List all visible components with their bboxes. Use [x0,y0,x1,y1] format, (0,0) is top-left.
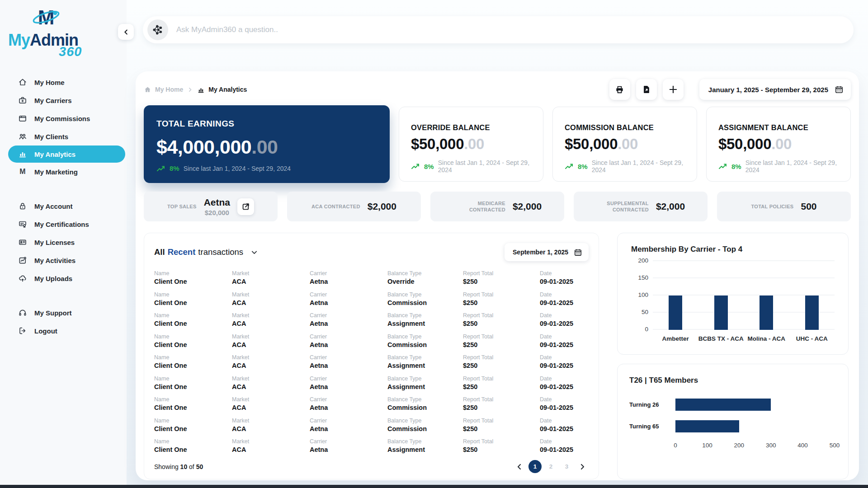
balance-card-override: OVERRIDE BALANCE $50,000.00 8% Since las… [399,107,543,182]
sidebar-item-my-activities[interactable]: My Activities [0,251,127,269]
table-row[interactable]: NameClient OneMarketACACarrierAetnaBalan… [154,418,589,432]
cell-value: Client One [154,362,232,369]
cell-value: 09-01-2025 [540,383,589,390]
membership-chart-title: Membership By Carrier - Top 4 [631,245,835,254]
brand-word-360: 360 [59,44,82,59]
cell-value: 09-01-2025 [540,341,589,348]
pagination-prev-button[interactable] [513,460,526,473]
print-button[interactable] [609,79,630,100]
table-row[interactable]: NameClient OneMarketACACarrierAetnaBalan… [154,354,589,369]
cell-report-total: Report Total$250 [463,354,540,369]
table-row[interactable]: NameClient OneMarketACACarrierAetnaBalan… [154,375,589,390]
sidebar-nav-secondary: My AccountMy CertificationsMy LicensesMy… [0,197,127,287]
pagination-next-button[interactable] [576,460,589,473]
sidebar-item-my-support[interactable]: My Support [0,304,127,322]
cell-date: Date09-01-2025 [540,396,589,411]
search-input[interactable] [176,25,849,34]
column-label: Name [154,396,232,403]
add-button[interactable] [663,79,684,100]
stat-value: $2,000 [656,201,685,212]
sidebar-item-my-certifications[interactable]: My Certifications [0,215,127,233]
sidebar-collapse-button[interactable] [118,24,134,40]
table-row[interactable]: NameClient OneMarketACACarrierAetnaBalan… [154,270,589,285]
sidebar-item-my-account[interactable]: My Account [0,197,127,215]
sidebar-item-my-licenses[interactable]: My Licenses [0,233,127,251]
cell-value: 09-01-2025 [540,425,589,432]
column-label: Report Total [463,438,540,445]
sidebar-item-my-clients[interactable]: My Clients [0,127,127,145]
sidebar-item-label: My Marketing [34,168,78,176]
chevron-down-icon[interactable] [250,249,258,256]
cell-date: Date09-01-2025 [540,270,589,285]
column-label: Name [154,418,232,424]
export-file-button[interactable] [636,79,657,100]
cell-market: MarketACA [232,418,310,432]
trend-percent: 8% [578,163,588,170]
breadcrumb-home-label: My Home [155,86,183,93]
breadcrumb-home-link[interactable]: My Home [144,86,183,94]
sidebar-item-my-marketing[interactable]: MMy Marketing [0,163,127,181]
top-sales-open-button[interactable] [237,198,254,215]
cell-balance-type: Balance TypeOverride [387,270,463,285]
sidebar-item-my-carriers[interactable]: My Carriers [0,91,127,109]
cell-name: NameClient One [154,396,232,411]
table-row[interactable]: NameClient OneMarketACACarrierAetnaBalan… [154,291,589,306]
sidebar-item-label: My Carriers [34,97,72,104]
transactions-list: NameClient OneMarketACACarrierAetnaBalan… [154,270,589,453]
column-label: Report Total [463,354,540,361]
column-label: Date [540,418,589,424]
column-label: Report Total [463,291,540,298]
table-row[interactable]: NameClient OneMarketACACarrierAetnaBalan… [154,438,589,453]
t26-t65-chart-plot: Turning 26Turning 65 [629,399,835,432]
cell-name: NameClient One [154,438,232,453]
cell-market: MarketACA [232,291,310,306]
date-range-label: January 1, 2025 - September 29, 2025 [708,86,828,94]
sidebar-item-my-analytics[interactable]: My Analytics [8,145,125,163]
chevron-left-icon [122,28,130,36]
cell-market: MarketACA [232,312,310,327]
chevron-right-icon [578,462,587,471]
column-label: Date [540,396,589,403]
cell-carrier: CarrierAetna [310,312,387,327]
stat-value: $2,000 [368,201,396,212]
total-earnings-card: TOTAL EARNINGS $4,000,000.00 8% Since la… [144,105,390,183]
cell-value: Aetna [310,320,387,327]
transactions-date-picker[interactable]: September 1, 2025 [505,243,589,261]
x-tick-label: 0 [674,442,677,449]
table-row[interactable]: NameClient OneMarketACACarrierAetnaBalan… [154,333,589,348]
sidebar-item-my-commissions[interactable]: My Commissions [0,109,127,127]
cell-report-total: Report Total$250 [463,418,540,432]
pagination-page-2[interactable]: 2 [544,460,557,473]
cell-value: Commission [387,425,463,432]
sidebar-item-my-home[interactable]: My Home [0,73,127,91]
calendar-icon [835,85,844,94]
table-row[interactable]: NameClient OneMarketACACarrierAetnaBalan… [154,312,589,327]
x-tick-label: 400 [797,442,808,449]
folder-icon [18,114,27,123]
sidebar-item-logout[interactable]: Logout [0,322,127,340]
cell-name: NameClient One [154,375,232,390]
cell-carrier: CarrierAetna [310,333,387,348]
cell-value: Override [387,278,463,285]
cell-value: Aetna [310,362,387,369]
brand-m-icon: M [32,5,61,32]
cell-market: MarketACA [232,270,310,285]
table-row[interactable]: NameClient OneMarketACACarrierAetnaBalan… [154,396,589,411]
column-label: Carrier [310,354,387,361]
cell-name: NameClient One [154,312,232,327]
brand-logo: M MyAdmin 360 [8,5,103,60]
pagination-page-3[interactable]: 3 [560,460,573,473]
stat-card-total-policies: TOTAL POLICIES500 [717,192,851,221]
pagination-page-1[interactable]: 1 [528,460,542,473]
cell-value: Commission [387,299,463,306]
cell-value: Commission [387,404,463,411]
cell-name: NameClient One [154,333,232,348]
trend-percent: 8% [731,163,741,170]
date-range-picker[interactable]: January 1, 2025 - September 29, 2025 [699,79,851,100]
cell-value: Client One [154,446,232,453]
ai-search-bar[interactable] [143,16,854,43]
sidebar-item-my-uploads[interactable]: My Uploads [0,269,127,287]
cell-date: Date09-01-2025 [540,438,589,453]
cell-value: Client One [154,341,232,348]
cell-value: $250 [463,299,540,306]
